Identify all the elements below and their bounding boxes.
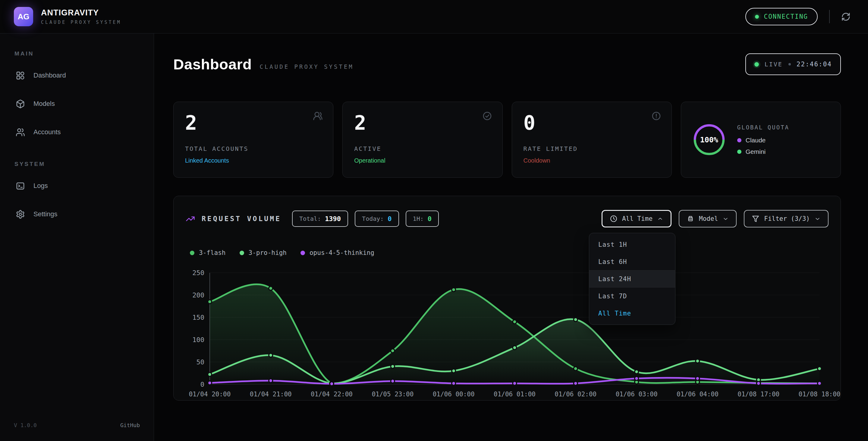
dropdown-item-last-7d[interactable]: Last 7D [589,288,675,305]
hour-requests-chip: 1H: 0 [406,210,439,227]
svg-text:200: 200 [192,291,204,299]
header-divider [829,10,830,23]
series-dot-icon [240,251,244,255]
svg-text:01/08 17:00: 01/08 17:00 [738,391,779,398]
stat-card-rate-limited: 0 RATE LIMITED Cooldown [512,102,672,178]
chevron-down-icon [722,216,729,222]
sidebar-item-settings[interactable]: Settings [0,200,154,228]
svg-text:250: 250 [192,269,204,276]
app-logo: AG [14,7,33,26]
sidebar: MAIN Dashboard Models Accounts SYSTEM Lo… [0,33,154,441]
legend-label: opus-4-5-thinking [310,249,374,256]
chevron-up-icon [657,216,663,222]
dropdown-item-all-time[interactable]: All Time [589,305,675,322]
chip-value: 1390 [325,215,341,223]
stat-label: TOTAL ACCOUNTS [185,145,321,152]
live-label: LIVE [765,61,783,68]
claude-dot-icon [737,138,741,142]
brand-title: ANTIGRAVITY [41,8,121,18]
gear-icon [16,210,25,219]
stat-value: 2 [185,112,321,134]
legend-item-3-pro-high: 3-pro-high [240,249,287,256]
stat-value: 0 [524,112,660,134]
logo-text: AG [18,12,30,22]
time-range-label: All Time [622,215,652,222]
stat-label: ACTIVE [354,145,491,152]
dropdown-item-last-6h[interactable]: Last 6H [589,253,675,270]
check-circle-icon [482,111,492,122]
dropdown-item-last-24h[interactable]: Last 24H [589,270,675,288]
sidebar-item-dashboard[interactable]: Dashboard [0,61,154,90]
trending-up-icon [186,214,195,224]
github-link[interactable]: GitHub [120,422,140,428]
quota-title: GLOBAL QUOTA [737,124,789,130]
refresh-icon [841,12,850,22]
grid-icon [16,71,25,80]
sidebar-item-accounts[interactable]: Accounts [0,118,154,146]
terminal-icon [16,181,25,190]
today-requests-chip: Today: 0 [355,210,399,227]
quota-legend-label: Claude [746,137,766,144]
quota-percent: 100% [691,122,727,157]
stat-subtext: Cooldown [524,157,660,164]
svg-text:01/06 00:00: 01/06 00:00 [433,391,475,398]
stat-label: RATE LIMITED [524,145,660,152]
svg-text:01/06 02:00: 01/06 02:00 [555,391,596,398]
page-title: Dashboard [173,56,252,73]
connection-status-label: CONNECTING [764,13,808,20]
svg-text:01/04 21:00: 01/04 21:00 [250,391,292,398]
stat-card-total-accounts: 2 TOTAL ACCOUNTS Linked Accounts [173,102,333,178]
stat-card-active: 2 ACTIVE Operational [342,102,502,178]
svg-text:01/06 01:00: 01/06 01:00 [494,391,535,398]
sidebar-item-label: Accounts [33,128,61,136]
svg-text:01/06 03:00: 01/06 03:00 [616,391,658,398]
gemini-dot-icon [737,150,741,154]
users-icon [16,127,25,137]
quota-donut-chart: 100% [691,122,727,157]
model-filter-button[interactable]: Model [679,210,737,228]
filter-button[interactable]: Filter (3/3) [744,210,829,228]
request-volume-card: REQUEST VOLUME Total: 1390 Today: 0 1H: … [173,196,841,401]
chart-legend: 3-flash 3-pro-high opus-4-5-thinking [190,249,829,256]
chip-value: 0 [428,215,432,223]
stat-subtext: Operational [354,157,491,164]
sidebar-item-models[interactable]: Models [0,90,154,118]
quota-legend-gemini: Gemini [737,148,789,155]
dropdown-item-last-1h[interactable]: Last 1H [589,236,675,253]
svg-text:100: 100 [192,336,204,344]
svg-text:150: 150 [192,314,204,321]
svg-text:01/04 20:00: 01/04 20:00 [189,391,230,398]
clock-icon [610,215,618,223]
stat-value: 2 [354,112,491,134]
sidebar-item-label: Dashboard [33,71,66,79]
brand-subtitle: CLAUDE PROXY SYSTEM [41,20,121,25]
archive-box-icon [687,215,694,223]
app-header: AG ANTIGRAVITY CLAUDE PROXY SYSTEM CONNE… [0,0,868,33]
sidebar-item-label: Models [33,100,55,108]
request-volume-line-chart: 05010015020025001/04 20:0001/04 21:0001/… [186,268,829,400]
sidebar-section-main: MAIN [14,50,154,57]
total-requests-chip: Total: 1390 [292,210,348,227]
time-range-button[interactable]: All Time [601,210,672,228]
users-icon [313,111,323,122]
quota-legend-label: Gemini [746,148,766,155]
svg-text:01/06 04:00: 01/06 04:00 [677,391,718,398]
separator-dot-icon [788,63,791,65]
svg-text:01/05 23:00: 01/05 23:00 [372,391,413,398]
stats-row: 2 TOTAL ACCOUNTS Linked Accounts 2 ACTIV… [173,102,841,178]
series-dot-icon [190,251,194,255]
sidebar-section-system: SYSTEM [14,161,154,168]
stat-card-global-quota: 100% GLOBAL QUOTA Claude Gemini [681,102,841,178]
time-range-dropdown: Last 1H Last 6H Last 24H Last 7D All Tim… [589,233,675,325]
svg-text:50: 50 [196,358,204,366]
live-clock: 22:46:04 [797,61,832,68]
brand-block: AG ANTIGRAVITY CLAUDE PROXY SYSTEM [14,7,121,26]
live-dot-icon [754,62,759,67]
svg-text:01/08 18:00: 01/08 18:00 [799,391,841,398]
funnel-icon [752,215,760,223]
box-icon [16,99,25,109]
model-filter-label: Model [699,215,718,222]
chevron-down-icon [814,216,821,222]
sidebar-item-logs[interactable]: Logs [0,172,154,200]
refresh-button[interactable] [841,12,850,22]
